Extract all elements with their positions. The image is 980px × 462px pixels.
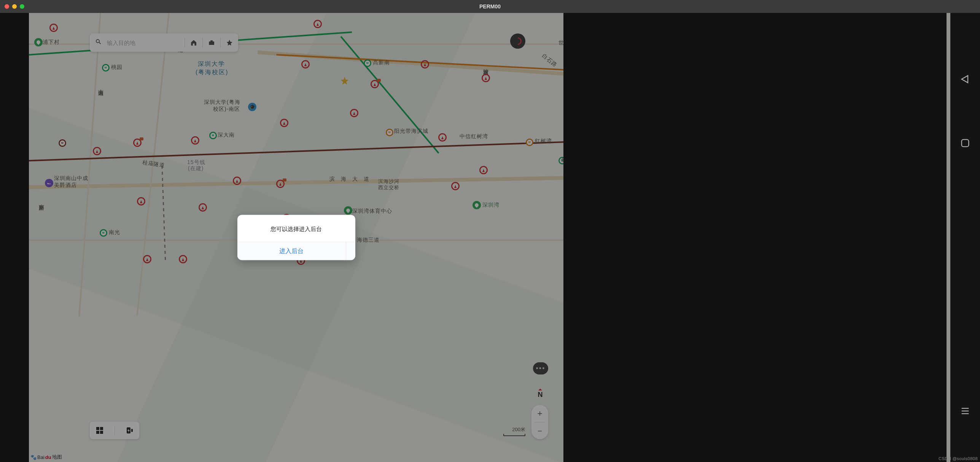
maximize-window-button[interactable] [20, 4, 24, 9]
dialog-buttons: 进入后台 [237, 242, 355, 260]
window-title: PERM00 [0, 3, 980, 10]
home-square-icon[interactable] [960, 138, 970, 148]
map-viewport[interactable]: 浦下村 桃园 深圳大学 (粤海校区) 深圳大学(粤海 校区)-南区 南海大道 南… [29, 13, 563, 462]
watermark: CSDN @souls0808 [939, 456, 978, 461]
dialog-confirm-button[interactable]: 进入后台 [237, 242, 346, 260]
svg-rect-0 [962, 140, 969, 147]
back-icon[interactable] [960, 74, 970, 84]
dialog-message: 您可以选择进入后台 [237, 215, 355, 242]
traffic-lights [0, 4, 24, 9]
window-titlebar: PERM00 [0, 0, 980, 13]
minimize-window-button[interactable] [12, 4, 17, 9]
workspace: 浦下村 桃园 深圳大学 (粤海校区) 深圳大学(粤海 校区)-南区 南海大道 南… [0, 13, 980, 462]
menu-icon[interactable] [960, 406, 970, 416]
background-dialog: 您可以选择进入后台 进入后台 [237, 215, 355, 260]
map-peek-right [947, 13, 950, 462]
dialog-secondary-button[interactable] [346, 242, 355, 260]
device-right-rail [950, 13, 980, 462]
close-window-button[interactable] [5, 4, 9, 9]
